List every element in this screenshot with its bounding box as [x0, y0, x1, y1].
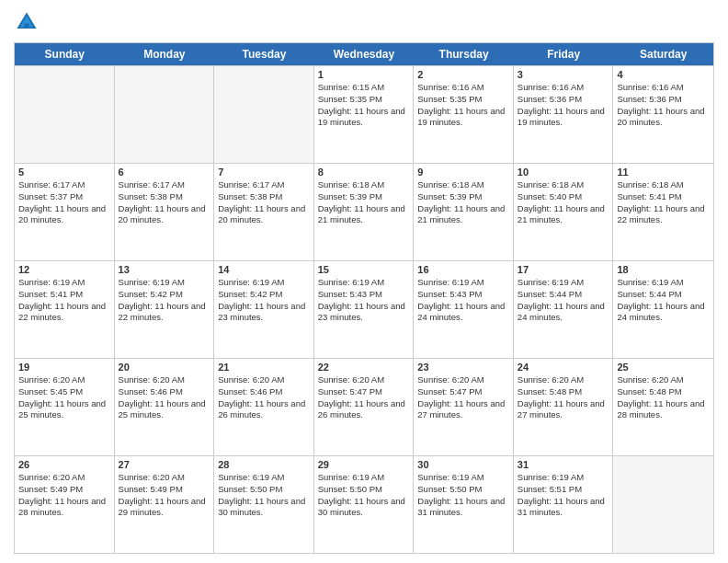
- cell-info: Sunrise: 6:18 AMSunset: 5:39 PMDaylight:…: [318, 179, 410, 226]
- day-number: 1: [318, 69, 410, 80]
- day-number: 17: [518, 264, 609, 275]
- day-number: 4: [617, 69, 710, 80]
- day-number: 13: [119, 264, 210, 275]
- daylight-text: Daylight: 11 hours and 27 minutes.: [518, 398, 609, 422]
- cell-info: Sunrise: 6:19 AMSunset: 5:44 PMDaylight:…: [617, 277, 710, 324]
- calendar-cell: [214, 66, 314, 163]
- daylight-text: Daylight: 11 hours and 20 minutes.: [617, 106, 710, 130]
- sunset-text: Sunset: 5:44 PM: [518, 289, 609, 301]
- sunrise-text: Sunrise: 6:20 AM: [18, 472, 110, 484]
- day-number: 21: [218, 362, 310, 373]
- calendar-cell: 19Sunrise: 6:20 AMSunset: 5:45 PMDayligh…: [15, 359, 115, 455]
- calendar: SundayMondayTuesdayWednesdayThursdayFrid…: [14, 42, 714, 554]
- daylight-text: Daylight: 11 hours and 30 minutes.: [218, 496, 310, 520]
- day-number: 11: [617, 167, 710, 178]
- day-header-wednesday: Wednesday: [314, 43, 415, 65]
- calendar-cell: 14Sunrise: 6:19 AMSunset: 5:42 PMDayligh…: [214, 261, 314, 358]
- daylight-text: Daylight: 11 hours and 25 minutes.: [18, 398, 110, 422]
- cell-info: Sunrise: 6:19 AMSunset: 5:41 PMDaylight:…: [18, 277, 110, 324]
- calendar-cell: 6Sunrise: 6:17 AMSunset: 5:38 PMDaylight…: [115, 164, 215, 260]
- cell-info: Sunrise: 6:17 AMSunset: 5:38 PMDaylight:…: [119, 179, 210, 226]
- day-number: 29: [318, 459, 410, 470]
- day-number: 10: [518, 167, 609, 178]
- calendar-cell: 5Sunrise: 6:17 AMSunset: 5:37 PMDaylight…: [15, 164, 115, 260]
- sunrise-text: Sunrise: 6:20 AM: [617, 374, 710, 386]
- svg-rect-2: [24, 23, 29, 29]
- daylight-text: Daylight: 11 hours and 19 minutes.: [518, 106, 609, 130]
- sunrise-text: Sunrise: 6:16 AM: [617, 82, 710, 94]
- sunset-text: Sunset: 5:43 PM: [318, 289, 410, 301]
- calendar-cell: [15, 66, 115, 163]
- sunset-text: Sunset: 5:36 PM: [617, 94, 710, 106]
- sunrise-text: Sunrise: 6:19 AM: [218, 277, 310, 289]
- sunset-text: Sunset: 5:45 PM: [18, 386, 110, 398]
- cell-info: Sunrise: 6:20 AMSunset: 5:46 PMDaylight:…: [218, 374, 310, 421]
- cell-info: Sunrise: 6:18 AMSunset: 5:39 PMDaylight:…: [417, 179, 509, 226]
- calendar-cell: 12Sunrise: 6:19 AMSunset: 5:41 PMDayligh…: [15, 261, 115, 358]
- day-number: 7: [218, 167, 310, 178]
- day-number: 9: [417, 167, 509, 178]
- sunrise-text: Sunrise: 6:19 AM: [417, 277, 509, 289]
- daylight-text: Daylight: 11 hours and 20 minutes.: [218, 203, 310, 227]
- cell-info: Sunrise: 6:17 AMSunset: 5:38 PMDaylight:…: [218, 179, 310, 226]
- cell-info: Sunrise: 6:19 AMSunset: 5:42 PMDaylight:…: [218, 277, 310, 324]
- daylight-text: Daylight: 11 hours and 19 minutes.: [417, 106, 509, 130]
- daylight-text: Daylight: 11 hours and 28 minutes.: [18, 496, 110, 520]
- cell-info: Sunrise: 6:18 AMSunset: 5:41 PMDaylight:…: [617, 179, 710, 226]
- sunrise-text: Sunrise: 6:20 AM: [417, 374, 509, 386]
- daylight-text: Daylight: 11 hours and 31 minutes.: [417, 496, 509, 520]
- sunrise-text: Sunrise: 6:15 AM: [318, 82, 410, 94]
- sunset-text: Sunset: 5:42 PM: [218, 289, 310, 301]
- cell-info: Sunrise: 6:20 AMSunset: 5:45 PMDaylight:…: [18, 374, 110, 421]
- calendar-cell: [115, 66, 215, 163]
- calendar-cell: 28Sunrise: 6:19 AMSunset: 5:50 PMDayligh…: [214, 456, 314, 553]
- header: [14, 9, 714, 35]
- sunrise-text: Sunrise: 6:20 AM: [218, 374, 310, 386]
- cell-info: Sunrise: 6:19 AMSunset: 5:43 PMDaylight:…: [417, 277, 509, 324]
- calendar-cell: 30Sunrise: 6:19 AMSunset: 5:50 PMDayligh…: [414, 456, 514, 553]
- calendar-cell: 23Sunrise: 6:20 AMSunset: 5:47 PMDayligh…: [414, 359, 514, 455]
- sunset-text: Sunset: 5:40 PM: [518, 191, 609, 203]
- daylight-text: Daylight: 11 hours and 19 minutes.: [318, 106, 410, 130]
- sunrise-text: Sunrise: 6:19 AM: [518, 472, 609, 484]
- daylight-text: Daylight: 11 hours and 25 minutes.: [119, 398, 210, 422]
- daylight-text: Daylight: 11 hours and 21 minutes.: [417, 203, 509, 227]
- sunset-text: Sunset: 5:48 PM: [518, 386, 609, 398]
- calendar-cell: 13Sunrise: 6:19 AMSunset: 5:42 PMDayligh…: [115, 261, 215, 358]
- calendar-cell: 10Sunrise: 6:18 AMSunset: 5:40 PMDayligh…: [514, 164, 614, 260]
- daylight-text: Daylight: 11 hours and 23 minutes.: [318, 301, 410, 325]
- daylight-text: Daylight: 11 hours and 26 minutes.: [318, 398, 410, 422]
- calendar-cell: 27Sunrise: 6:20 AMSunset: 5:49 PMDayligh…: [115, 456, 215, 553]
- day-number: 16: [417, 264, 509, 275]
- calendar-cell: 31Sunrise: 6:19 AMSunset: 5:51 PMDayligh…: [514, 456, 614, 553]
- calendar-row: 5Sunrise: 6:17 AMSunset: 5:37 PMDaylight…: [15, 163, 713, 260]
- sunrise-text: Sunrise: 6:18 AM: [318, 179, 410, 191]
- daylight-text: Daylight: 11 hours and 24 minutes.: [617, 301, 710, 325]
- day-header-tuesday: Tuesday: [214, 43, 314, 65]
- sunset-text: Sunset: 5:41 PM: [617, 191, 710, 203]
- day-number: 19: [18, 362, 110, 373]
- calendar-cell: 8Sunrise: 6:18 AMSunset: 5:39 PMDaylight…: [314, 164, 415, 260]
- day-number: 12: [18, 264, 110, 275]
- daylight-text: Daylight: 11 hours and 21 minutes.: [518, 203, 609, 227]
- day-number: 25: [617, 362, 710, 373]
- sunrise-text: Sunrise: 6:20 AM: [119, 374, 210, 386]
- daylight-text: Daylight: 11 hours and 20 minutes.: [119, 203, 210, 227]
- calendar-cell: 7Sunrise: 6:17 AMSunset: 5:38 PMDaylight…: [214, 164, 314, 260]
- cell-info: Sunrise: 6:20 AMSunset: 5:48 PMDaylight:…: [518, 374, 609, 421]
- day-number: 26: [18, 459, 110, 470]
- sunset-text: Sunset: 5:50 PM: [318, 484, 410, 496]
- calendar-row: 12Sunrise: 6:19 AMSunset: 5:41 PMDayligh…: [15, 260, 713, 358]
- calendar-cell: 3Sunrise: 6:16 AMSunset: 5:36 PMDaylight…: [514, 66, 614, 163]
- day-header-friday: Friday: [514, 43, 614, 65]
- day-number: 18: [617, 264, 710, 275]
- sunrise-text: Sunrise: 6:16 AM: [417, 82, 509, 94]
- sunset-text: Sunset: 5:35 PM: [318, 94, 410, 106]
- calendar-cell: 21Sunrise: 6:20 AMSunset: 5:46 PMDayligh…: [214, 359, 314, 455]
- calendar-cell: 4Sunrise: 6:16 AMSunset: 5:36 PMDaylight…: [613, 66, 713, 163]
- sunset-text: Sunset: 5:47 PM: [417, 386, 509, 398]
- cell-info: Sunrise: 6:19 AMSunset: 5:44 PMDaylight:…: [518, 277, 609, 324]
- calendar-cell: 9Sunrise: 6:18 AMSunset: 5:39 PMDaylight…: [414, 164, 514, 260]
- day-number: 5: [18, 167, 110, 178]
- sunset-text: Sunset: 5:38 PM: [218, 191, 310, 203]
